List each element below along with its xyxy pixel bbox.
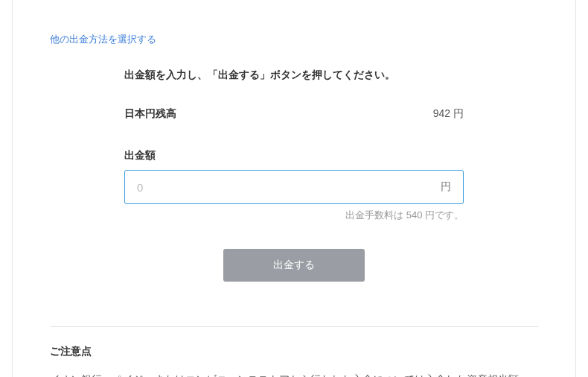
fee-text: 出金手数料は 540 円です。 xyxy=(124,209,464,222)
divider xyxy=(50,326,538,327)
withdraw-button[interactable]: 出金する xyxy=(223,249,365,282)
notice-title: ご注意点 xyxy=(50,345,538,358)
notice-text-before: イオン銀行、ペイジーまたはコンビニエンスストアから行われた入金については入金した… xyxy=(50,374,519,377)
balance-value: 942 円 xyxy=(433,107,464,121)
amount-label: 出金額 xyxy=(124,149,464,162)
notice-text: イオン銀行、ペイジーまたはコンビニエンスストアから行われた入金については入金した… xyxy=(50,370,538,377)
balance-row: 日本円残高 942 円 xyxy=(124,107,464,121)
select-other-method-link[interactable]: 他の出金方法を選択する xyxy=(50,0,156,69)
currency-unit: 円 xyxy=(441,180,451,194)
instruction-text: 出金額を入力し、「出金する」ボタンを押してください。 xyxy=(124,69,464,82)
withdraw-form: 出金額を入力し、「出金する」ボタンを押してください。 日本円残高 942 円 出… xyxy=(50,69,538,282)
balance-label: 日本円残高 xyxy=(124,107,176,121)
amount-input[interactable] xyxy=(137,181,433,194)
amount-input-wrapper[interactable]: 円 xyxy=(124,170,464,204)
